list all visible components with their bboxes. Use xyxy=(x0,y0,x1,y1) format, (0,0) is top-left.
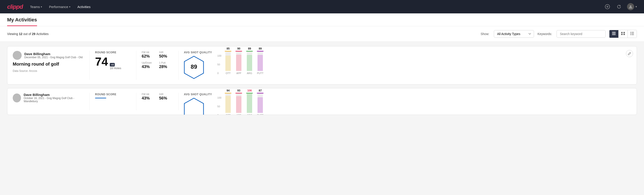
svg-rect-14 xyxy=(632,33,634,34)
svg-point-3 xyxy=(630,5,632,7)
nav-performance-chevron-icon: ▾ xyxy=(69,6,70,8)
user-menu[interactable]: ▾ xyxy=(627,3,637,10)
navbar: clippd Teams ▾ Performance ▾ Activities xyxy=(0,0,644,14)
user-date-1: October 16, 2021 - Gog Magog Golf Club -… xyxy=(24,96,84,103)
data-source-0: Data Source: Arccos xyxy=(13,70,84,72)
user-chevron-icon: ▾ xyxy=(636,5,637,8)
one-putt-0: 1 Putt 28% xyxy=(159,61,173,69)
svg-point-17 xyxy=(16,54,18,56)
page-title: My Activities xyxy=(7,17,37,26)
avatar-1 xyxy=(13,94,21,102)
svg-rect-15 xyxy=(630,34,631,35)
svg-rect-8 xyxy=(624,32,625,33)
quality-section-1: Avg Shot Quality 100 50 0 94 O xyxy=(184,93,631,115)
page-header: My Activities xyxy=(0,14,644,26)
score-holes-0: 18 Holes xyxy=(110,66,121,70)
logo[interactable]: clippd xyxy=(7,3,23,10)
bar-ott-0: 85 OTT xyxy=(223,47,234,74)
avatar-0 xyxy=(13,51,22,60)
quality-section-0: Avg Shot Quality 89 100 50 0 85 xyxy=(184,51,631,80)
activity-card-1: Dave Billingham October 16, 2021 - Gog M… xyxy=(7,88,637,115)
svg-rect-12 xyxy=(632,32,634,32)
svg-rect-16 xyxy=(632,34,634,35)
round-score-label-0: Round Score xyxy=(95,51,131,54)
round-score-1: Round Score xyxy=(95,93,131,98)
user-date-0: December 05, 2021 - Gog Magog Golf Club … xyxy=(24,56,82,59)
stats-0: FW Hit 62% GIR 50% Up/Down 43% 1 Putt 28… xyxy=(142,51,173,69)
quality-label-0: Avg Shot Quality xyxy=(184,51,212,54)
viewing-total: 29 xyxy=(32,32,36,36)
viewing-count: 12 xyxy=(19,32,22,36)
view-toggle-group xyxy=(609,30,637,38)
score-badge-0: +4 xyxy=(110,63,115,66)
nav-activities[interactable]: Activities xyxy=(78,3,90,10)
svg-rect-9 xyxy=(621,34,622,35)
svg-rect-5 xyxy=(612,33,616,34)
nav-activities-label: Activities xyxy=(78,5,90,9)
show-label: Show: xyxy=(481,32,489,36)
edit-button-0[interactable] xyxy=(626,50,633,57)
svg-rect-11 xyxy=(630,32,631,32)
fw-hit-0: FW Hit 62% xyxy=(142,51,156,59)
quality-label-1: Avg Shot Quality xyxy=(184,93,212,96)
quality-hex-1 xyxy=(184,98,204,115)
nav-teams-label: Teams xyxy=(30,5,40,9)
nav-performance[interactable]: Performance ▾ xyxy=(49,3,70,10)
keywords-label: Keywords: xyxy=(538,32,552,36)
svg-rect-13 xyxy=(630,33,631,34)
view-grid-button[interactable] xyxy=(618,30,628,38)
avatar xyxy=(627,3,634,10)
user-info-1: Dave Billingham October 16, 2021 - Gog M… xyxy=(13,93,84,103)
svg-rect-7 xyxy=(621,32,622,33)
bar-arg-1: 106 ARG xyxy=(244,89,255,115)
round-score-0: Round Score 74 +4 18 Holes xyxy=(95,51,131,70)
filter-bar: Viewing 12 out of 29 Activities Show: Al… xyxy=(0,26,644,42)
nav-teams-chevron-icon: ▾ xyxy=(41,6,42,8)
svg-rect-10 xyxy=(624,34,625,35)
fw-hit-1: FW Hit 43% xyxy=(142,93,156,100)
quality-hex-0: 89 xyxy=(184,56,204,79)
user-name-0: Dave Billingham xyxy=(24,52,82,56)
card-left-0: Dave Billingham December 05, 2021 - Gog … xyxy=(13,51,84,72)
refresh-button[interactable] xyxy=(616,3,622,10)
activities-list: Dave Billingham December 05, 2021 - Gog … xyxy=(0,42,644,119)
nav-performance-label: Performance xyxy=(49,5,68,9)
view-list-detail-button[interactable] xyxy=(628,30,637,38)
score-number-0: 74 xyxy=(95,56,108,68)
gir-0: GIR 50% xyxy=(159,51,173,59)
bar-putt-0: 89 PUTT xyxy=(255,47,266,74)
add-button[interactable] xyxy=(604,3,611,10)
bar-app-1: 93 APP xyxy=(234,89,244,115)
bar-chart-1: 100 50 0 94 OTT 93 xyxy=(217,93,266,115)
user-info-0: Dave Billingham December 05, 2021 - Gog … xyxy=(13,51,84,60)
card-left-1: Dave Billingham October 16, 2021 - Gog M… xyxy=(13,93,84,105)
stats-1: FW Hit 43% GIR 56% xyxy=(142,93,173,100)
bar-app-0: 90 APP xyxy=(234,47,244,74)
activity-title-0: Morning round of golf xyxy=(13,62,84,67)
svg-rect-4 xyxy=(612,32,616,32)
nav-teams[interactable]: Teams ▾ xyxy=(30,3,42,10)
user-name-1: Dave Billingham xyxy=(24,93,84,96)
navbar-right: ▾ xyxy=(604,3,637,10)
activity-type-select[interactable]: All Activity Types xyxy=(494,30,534,38)
round-score-label-1: Round Score xyxy=(95,93,131,96)
updown-0: Up/Down 43% xyxy=(142,61,156,69)
svg-point-20 xyxy=(16,96,18,98)
view-list-compact-button[interactable] xyxy=(610,30,618,38)
bar-putt-1: 87 PUTT xyxy=(255,89,266,115)
bar-arg-0: 89 ARG xyxy=(244,47,255,74)
viewing-count-text: Viewing 12 out of 29 Activities xyxy=(7,32,49,36)
gir-1: GIR 56% xyxy=(159,93,173,100)
svg-rect-6 xyxy=(612,34,616,35)
bar-chart-0: 100 50 0 85 OTT 90 xyxy=(217,51,266,80)
svg-marker-21 xyxy=(184,98,204,115)
svg-text:89: 89 xyxy=(191,63,197,70)
keyword-input[interactable] xyxy=(556,30,606,38)
activity-card-0: Dave Billingham December 05, 2021 - Gog … xyxy=(7,46,637,84)
bar-ott-1: 94 OTT xyxy=(223,89,234,115)
